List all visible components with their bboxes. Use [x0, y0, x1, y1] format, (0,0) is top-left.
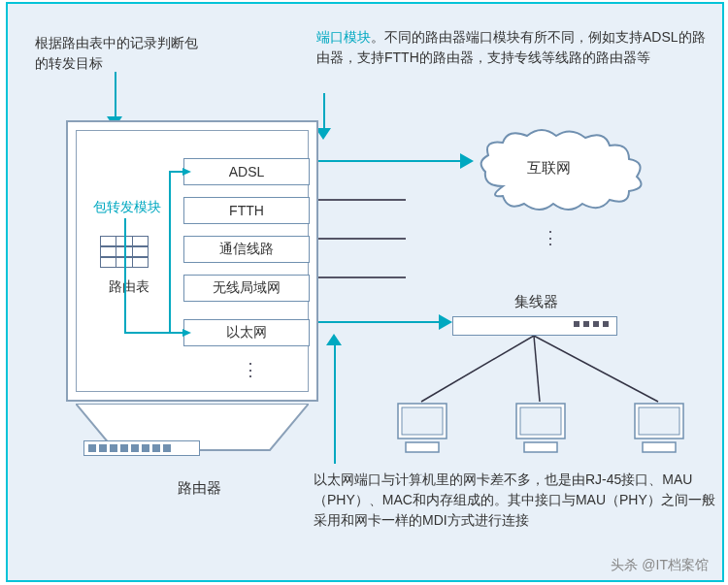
hub-fanout-lines — [386, 336, 697, 404]
cloud-label: 互联网 — [527, 159, 571, 178]
arrow-head-icon — [326, 334, 342, 345]
route-table-label: 路由表 — [100, 278, 158, 296]
forward-module-label: 包转发模块 — [88, 199, 166, 216]
svg-line-9 — [534, 336, 540, 402]
svg-line-8 — [421, 336, 534, 402]
svg-marker-2 — [326, 334, 342, 345]
router-label: 路由器 — [178, 479, 221, 498]
leader-line — [334, 340, 336, 464]
computer-icon — [629, 402, 689, 455]
port-module-ethernet: 以太网 — [183, 319, 310, 346]
diagram-frame: 根据路由表中的记录判断包的转发目标 端口模块。不同的路由器端口模块有所不同，例如… — [6, 2, 724, 582]
svg-rect-16 — [524, 442, 557, 452]
callout-ethernet: 以太网端口与计算机里的网卡差不多，也是由RJ-45接口、MAU（PHY）、MAC… — [314, 470, 716, 531]
hub-box — [452, 316, 617, 336]
link-adsl-cloud — [318, 160, 464, 162]
svg-rect-15 — [520, 407, 561, 435]
arrow-head-icon — [439, 314, 452, 330]
leader-line — [115, 72, 116, 120]
callout-port-module: 端口模块。不同的路由器端口模块有所不同，例如支持ADSL的路由器，支持FTTH的… — [316, 27, 710, 68]
arrow-head-icon — [460, 153, 474, 169]
hub-label: 集线器 — [514, 293, 558, 311]
leader-line — [323, 93, 325, 132]
svg-rect-19 — [643, 442, 676, 452]
svg-rect-13 — [406, 442, 439, 452]
router-ports-strip — [83, 440, 200, 456]
link-ethernet-hub — [318, 321, 443, 323]
port-module-line: 通信线路 — [183, 236, 310, 263]
vdots-icon: ⋮ — [242, 359, 261, 380]
svg-rect-12 — [402, 407, 443, 435]
svg-line-10 — [534, 336, 658, 402]
port-module-wlan: 无线局域网 — [183, 275, 310, 302]
callout-route-table: 根据路由表中的记录判断包的转发目标 — [35, 33, 210, 74]
computer-icon — [511, 402, 571, 455]
computer-icon — [392, 402, 452, 455]
callout-port-rest: 。不同的路由器端口模块有所不同，例如支持ADSL的路由器，支持FTTH的路由器，… — [316, 29, 706, 65]
router-box: 包转发模块 路由表 ADSL FTTH 通信线路 无线局域网 以太网 ⋮ — [66, 120, 318, 402]
callout-port-highlight: 端口模块 — [316, 29, 371, 45]
port-module-ftth: FTTH — [183, 197, 310, 224]
hub-ports — [574, 321, 609, 327]
port-module-adsl: ADSL — [183, 158, 310, 185]
svg-marker-7 — [439, 314, 452, 330]
link-comm — [318, 238, 406, 240]
link-ftth — [318, 199, 406, 201]
svg-rect-18 — [639, 407, 679, 435]
link-wlan — [318, 276, 406, 278]
watermark: 头杀 @IT档案馆 — [611, 557, 709, 574]
svg-marker-6 — [460, 153, 474, 169]
route-table-icon — [100, 236, 149, 270]
router-inner: 包转发模块 路由表 ADSL FTTH 通信线路 无线局域网 以太网 ⋮ — [76, 130, 309, 392]
vdots-icon: ⋮ — [542, 227, 561, 248]
